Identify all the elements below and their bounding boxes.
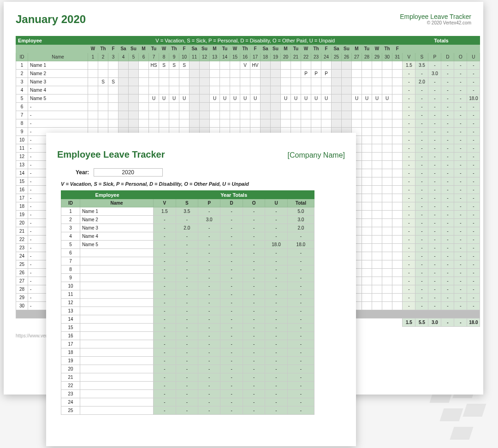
day-cell[interactable] bbox=[332, 70, 342, 78]
day-cell[interactable] bbox=[139, 61, 149, 70]
day-cell[interactable] bbox=[392, 244, 403, 252]
day-cell[interactable] bbox=[230, 119, 240, 128]
day-cell[interactable] bbox=[271, 94, 281, 103]
day-cell[interactable] bbox=[88, 94, 98, 103]
day-cell[interactable] bbox=[220, 111, 230, 119]
day-cell[interactable] bbox=[392, 86, 403, 94]
day-cell[interactable] bbox=[382, 61, 392, 70]
day-cell[interactable] bbox=[220, 61, 230, 70]
day-cell[interactable] bbox=[352, 111, 362, 119]
day-cell[interactable] bbox=[342, 86, 352, 94]
day-cell[interactable] bbox=[149, 119, 159, 128]
day-cell[interactable] bbox=[261, 86, 271, 94]
day-cell[interactable] bbox=[372, 70, 382, 78]
day-cell[interactable] bbox=[342, 94, 352, 103]
day-cell[interactable] bbox=[200, 61, 210, 70]
day-cell[interactable] bbox=[281, 70, 291, 78]
day-cell[interactable] bbox=[382, 78, 392, 86]
day-cell[interactable] bbox=[372, 244, 382, 252]
day-cell[interactable]: P bbox=[311, 70, 321, 78]
day-cell[interactable] bbox=[129, 119, 139, 128]
day-cell[interactable] bbox=[362, 128, 372, 136]
day-cell[interactable] bbox=[250, 111, 261, 119]
day-cell[interactable] bbox=[362, 161, 372, 169]
day-cell[interactable] bbox=[261, 70, 271, 78]
name-cell[interactable] bbox=[80, 299, 153, 307]
day-cell[interactable] bbox=[392, 153, 403, 161]
day-cell[interactable] bbox=[179, 119, 190, 128]
day-cell[interactable] bbox=[301, 119, 311, 128]
day-cell[interactable] bbox=[179, 70, 190, 78]
day-cell[interactable] bbox=[382, 211, 392, 219]
day-cell[interactable] bbox=[230, 86, 240, 94]
day-cell[interactable] bbox=[382, 128, 392, 136]
day-cell[interactable] bbox=[372, 103, 382, 111]
day-cell[interactable] bbox=[88, 119, 98, 128]
day-cell[interactable] bbox=[108, 119, 119, 128]
name-cell[interactable] bbox=[80, 407, 153, 415]
day-cell[interactable] bbox=[392, 161, 403, 169]
day-cell[interactable] bbox=[108, 61, 119, 70]
day-cell[interactable] bbox=[321, 78, 332, 86]
name-cell[interactable] bbox=[80, 282, 153, 290]
day-cell[interactable] bbox=[382, 260, 392, 269]
day-cell[interactable] bbox=[372, 211, 382, 219]
day-cell[interactable] bbox=[311, 78, 321, 86]
day-cell[interactable] bbox=[321, 111, 332, 119]
day-cell[interactable] bbox=[129, 86, 139, 94]
day-cell[interactable] bbox=[332, 94, 342, 103]
day-cell[interactable]: S bbox=[169, 61, 179, 70]
day-cell[interactable] bbox=[372, 186, 382, 194]
day-cell[interactable] bbox=[261, 111, 271, 119]
day-cell[interactable] bbox=[88, 86, 98, 94]
name-cell[interactable] bbox=[80, 307, 153, 315]
day-cell[interactable] bbox=[362, 294, 372, 302]
day-cell[interactable] bbox=[372, 144, 382, 153]
day-cell[interactable] bbox=[311, 103, 321, 111]
day-cell[interactable] bbox=[210, 70, 220, 78]
day-cell[interactable] bbox=[139, 111, 149, 119]
name-cell[interactable]: Name 3 bbox=[28, 78, 88, 86]
day-cell[interactable] bbox=[88, 61, 98, 70]
day-cell[interactable] bbox=[271, 119, 281, 128]
day-cell[interactable]: U bbox=[210, 94, 220, 103]
name-cell[interactable] bbox=[80, 348, 153, 357]
day-cell[interactable] bbox=[230, 61, 240, 70]
day-cell[interactable] bbox=[281, 103, 291, 111]
day-cell[interactable] bbox=[372, 269, 382, 277]
day-cell[interactable] bbox=[372, 169, 382, 177]
day-cell[interactable] bbox=[311, 61, 321, 70]
day-cell[interactable] bbox=[362, 111, 372, 119]
day-cell[interactable] bbox=[250, 70, 261, 78]
day-cell[interactable] bbox=[129, 103, 139, 111]
day-cell[interactable] bbox=[210, 103, 220, 111]
day-cell[interactable] bbox=[362, 153, 372, 161]
day-cell[interactable]: U bbox=[169, 94, 179, 103]
day-cell[interactable] bbox=[271, 70, 281, 78]
day-cell[interactable] bbox=[210, 86, 220, 94]
day-cell[interactable] bbox=[392, 252, 403, 260]
day-cell[interactable] bbox=[311, 111, 321, 119]
day-cell[interactable] bbox=[392, 119, 403, 128]
day-cell[interactable] bbox=[382, 277, 392, 285]
day-cell[interactable] bbox=[220, 103, 230, 111]
day-cell[interactable] bbox=[108, 94, 119, 103]
day-cell[interactable] bbox=[149, 86, 159, 94]
day-cell[interactable] bbox=[392, 277, 403, 285]
day-cell[interactable] bbox=[129, 78, 139, 86]
name-cell[interactable] bbox=[80, 249, 153, 257]
day-cell[interactable] bbox=[139, 78, 149, 86]
day-cell[interactable] bbox=[382, 202, 392, 211]
day-cell[interactable] bbox=[190, 61, 200, 70]
day-cell[interactable] bbox=[372, 61, 382, 70]
day-cell[interactable] bbox=[240, 103, 250, 111]
day-cell[interactable] bbox=[362, 86, 372, 94]
day-cell[interactable] bbox=[352, 103, 362, 111]
day-cell[interactable] bbox=[179, 111, 190, 119]
day-cell[interactable] bbox=[159, 111, 169, 119]
day-cell[interactable] bbox=[230, 78, 240, 86]
day-cell[interactable]: U bbox=[149, 94, 159, 103]
day-cell[interactable] bbox=[362, 186, 372, 194]
day-cell[interactable] bbox=[352, 61, 362, 70]
day-cell[interactable] bbox=[200, 86, 210, 94]
